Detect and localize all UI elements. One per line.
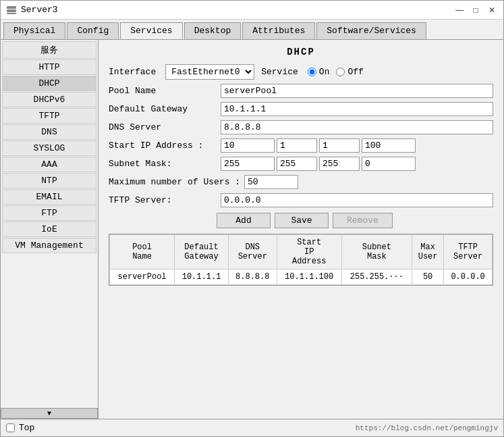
sidebar-item-ntp[interactable]: NTP (2, 173, 96, 188)
start-ip-label: Start IP Address : (109, 140, 217, 151)
start-ip-3[interactable] (319, 138, 360, 153)
start-ip-1[interactable] (221, 138, 275, 153)
subnet-row: Subnet Mask: (109, 157, 493, 171)
tab-services[interactable]: Services (120, 22, 182, 39)
cell-dns-server: 8.8.8.8 (228, 269, 277, 285)
title-bar: Server3 — □ ✕ (1, 1, 503, 20)
start-ip-inputs (221, 138, 416, 153)
status-left: Top (6, 423, 34, 433)
max-users-label: Maximum number of Users : (109, 177, 240, 187)
remove-button[interactable]: Remove (333, 213, 393, 228)
top-label: Top (19, 423, 34, 433)
tftp-input[interactable] (221, 193, 493, 207)
service-label: Service (261, 67, 298, 77)
sidebar-item-syslog[interactable]: SYSLOG (2, 140, 96, 156)
max-users-input[interactable] (244, 175, 298, 189)
cell-subnet-mask: 255.255.··· (341, 269, 412, 285)
subnet-label: Subnet Mask: (109, 159, 217, 169)
window-title: Server3 (21, 5, 58, 15)
tftp-row: TFTP Server: (109, 193, 493, 207)
status-url: https://blog.csdn.net/pengmingjv (356, 424, 498, 432)
tab-software-services[interactable]: Software/Services (316, 22, 426, 39)
save-button[interactable]: Save (275, 213, 329, 228)
pool-name-label: Pool Name (109, 86, 217, 96)
close-button[interactable]: ✕ (486, 5, 498, 16)
sidebar-item-ftp[interactable]: FTP (2, 205, 96, 221)
main-window: Server3 — □ ✕ Physical Config Services D… (0, 0, 504, 437)
tab-config[interactable]: Config (67, 22, 119, 39)
interface-row: Interface FastEthernet0 Service On Off (109, 64, 493, 80)
subnet-2[interactable] (277, 157, 317, 171)
cell-tftp-server: 0.0.0.0 (444, 269, 493, 285)
sidebar-item-tftp[interactable]: TFTP (2, 108, 96, 124)
dhcp-table: PoolName DefaultGateway DNSServer StartI… (109, 234, 493, 285)
interface-select[interactable]: FastEthernet0 (165, 64, 254, 80)
subnet-3[interactable] (319, 157, 360, 171)
subnet-inputs (221, 157, 416, 171)
sidebar-item-dhcp[interactable]: DHCP (2, 76, 96, 91)
dhcp-table-container: PoolName DefaultGateway DNSServer StartI… (109, 234, 493, 286)
interface-label: Interface (109, 67, 156, 77)
sidebar-scroll-down[interactable]: ▼ (1, 408, 98, 419)
default-gateway-label: Default Gateway (109, 104, 217, 114)
tab-physical[interactable]: Physical (3, 22, 65, 39)
col-pool-name: PoolName (110, 235, 175, 269)
sidebar-item-vm-management[interactable]: VM Management (2, 238, 96, 253)
tab-attributes[interactable]: Attributes (242, 22, 315, 39)
sidebar-item-fuwu[interactable]: 服务 (2, 41, 96, 59)
title-bar-controls: — □ ✕ (453, 5, 498, 16)
dns-server-label: DNS Server (109, 122, 217, 132)
pool-name-row: Pool Name (109, 84, 493, 98)
sidebar-item-dns[interactable]: DNS (2, 124, 96, 140)
dhcp-panel: DHCP Interface FastEthernet0 Service On … (99, 40, 503, 299)
default-gateway-row: Default Gateway (109, 102, 493, 116)
col-tftp-server: TFTPServer (444, 235, 493, 269)
minimize-button[interactable]: — (453, 5, 466, 16)
dns-server-input[interactable] (221, 120, 493, 134)
start-ip-row: Start IP Address : (109, 138, 493, 153)
dns-server-row: DNS Server (109, 120, 493, 134)
table-row[interactable]: serverPool 10.1.1.1 8.8.8.8 10.1.1.100 2… (110, 269, 493, 285)
maximize-button[interactable]: □ (470, 5, 482, 16)
cell-pool-name: serverPool (110, 269, 175, 285)
svg-rect-0 (7, 6, 16, 9)
col-start-ip: StartIPAddress (277, 235, 341, 269)
sidebar-item-aaa[interactable]: AAA (2, 157, 96, 172)
col-default-gateway: DefaultGateway (175, 235, 229, 269)
pool-name-input[interactable] (221, 84, 493, 98)
cell-default-gateway: 10.1.1.1 (175, 269, 229, 285)
sidebar-item-ioe[interactable]: IoE (2, 222, 96, 237)
col-dns-server: DNSServer (228, 235, 277, 269)
sidebar: 服务 HTTP DHCP DHCPv6 TFTP DNS SYSLOG AAA … (1, 40, 99, 419)
tab-desktop[interactable]: Desktop (184, 22, 242, 39)
svg-rect-2 (7, 13, 16, 14)
col-max-user: MaxUser (412, 235, 443, 269)
service-off-radio[interactable] (336, 68, 345, 76)
default-gateway-input[interactable] (221, 102, 493, 116)
col-subnet-mask: SubnetMask (341, 235, 412, 269)
status-bar: Top https://blog.csdn.net/pengmingjv (1, 419, 503, 436)
sidebar-item-email[interactable]: EMAIL (2, 189, 96, 205)
service-off-label[interactable]: Off (336, 67, 363, 77)
server-icon (6, 5, 17, 16)
content-area: DHCP Interface FastEthernet0 Service On … (99, 40, 503, 419)
service-on-radio[interactable] (308, 68, 316, 76)
subnet-1[interactable] (221, 157, 275, 171)
cell-max-user: 50 (412, 269, 443, 285)
svg-rect-1 (7, 9, 16, 12)
service-off-text: Off (347, 67, 363, 77)
top-checkbox[interactable] (6, 423, 15, 432)
start-ip-4[interactable] (362, 138, 416, 153)
tab-bar: Physical Config Services Desktop Attribu… (1, 20, 503, 40)
add-button[interactable]: Add (217, 213, 271, 228)
cell-start-ip: 10.1.1.100 (277, 269, 341, 285)
service-on-label[interactable]: On (308, 67, 330, 77)
service-on-text: On (319, 67, 330, 77)
main-content: 服务 HTTP DHCP DHCPv6 TFTP DNS SYSLOG AAA … (1, 40, 503, 419)
start-ip-2[interactable] (277, 138, 317, 153)
sidebar-item-http[interactable]: HTTP (2, 59, 96, 75)
subnet-4[interactable] (362, 157, 416, 171)
button-row: Add Save Remove (217, 213, 493, 228)
panel-title: DHCP (109, 47, 493, 57)
sidebar-item-dhcpv6[interactable]: DHCPv6 (2, 92, 96, 107)
